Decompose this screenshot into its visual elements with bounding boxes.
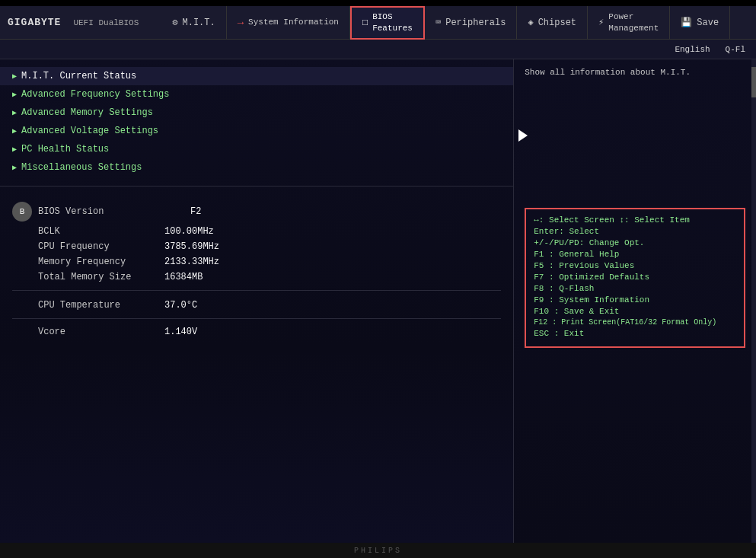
help-item-f7: F7 : Optimized Defaults <box>534 273 736 282</box>
memory-freq-value: 2133.33MHz <box>164 257 219 267</box>
bios-version-value: F2 <box>190 206 201 217</box>
divider-2 <box>12 290 501 291</box>
peripherals-icon: ⌨ <box>435 17 441 28</box>
bclk-value: 100.00MHz <box>164 226 214 237</box>
cpu-freq-row: CPU Frequency 3785.69MHz <box>12 241 501 252</box>
chipset-icon: ◈ <box>528 17 533 28</box>
help-item-f8: F8 : Q-Flash <box>534 284 736 293</box>
bios-features-icon: □ <box>362 18 368 28</box>
help-item-esc: ESC : Exit <box>534 329 736 338</box>
cpu-freq-label: CPU Frequency <box>12 241 164 252</box>
memory-freq-row: Memory Frequency 2133.33MHz <box>12 257 501 267</box>
menu-arrow-icon: ▶ <box>12 126 17 136</box>
left-panel: ▶ M.I.T. Current Status ▶ Advanced Frequ… <box>0 59 514 543</box>
help-item-f12: F12 : Print Screen(FAT16/32 Format Only) <box>534 318 736 327</box>
total-memory-label: Total Memory Size <box>12 272 164 282</box>
cpu-temp-row: CPU Temperature 37.0°C <box>12 300 501 311</box>
bios-version-circle-icon: B <box>12 202 32 222</box>
total-memory-row: Total Memory Size 16384MB <box>12 272 501 282</box>
cursor-arrow-icon <box>518 129 528 142</box>
cursor-area <box>525 124 745 147</box>
tab-chipset[interactable]: ◈ Chipset <box>517 6 588 40</box>
menu-arrow-icon: ▶ <box>12 90 17 99</box>
tab-system-information[interactable]: → System Information <box>227 6 350 40</box>
menu-item-pc-health[interactable]: ▶ PC Health Status <box>0 140 513 158</box>
menu-item-memory-settings[interactable]: ▶ Advanced Memory Settings <box>0 104 513 122</box>
cpu-freq-value: 3785.69MHz <box>164 241 219 252</box>
main-content: ▶ M.I.T. Current Status ▶ Advanced Frequ… <box>0 59 756 543</box>
bios-version-label: BIOS Version <box>38 206 190 217</box>
help-item-f10: F10 : Save & Exit <box>534 307 736 316</box>
divider <box>0 186 513 187</box>
info-section: B BIOS Version F2 BCLK 100.00MHz CPU Fre… <box>0 196 513 348</box>
bclk-row: BCLK 100.00MHz <box>12 226 501 237</box>
tab-power-management[interactable]: ⚡ Power Management <box>588 6 670 40</box>
right-panel: Show all information about M.I.T. ↔: Sel… <box>514 59 756 543</box>
help-box: ↔: Select Screen ↕: Select Item Enter: S… <box>525 208 745 348</box>
system-info-icon: → <box>238 17 244 29</box>
nav-tabs: ⚙ M.I.T. → System Information □ BIOS Fea… <box>161 6 748 40</box>
tab-bios-features[interactable]: □ BIOS Features <box>350 6 425 40</box>
language-selector[interactable]: English <box>675 45 710 54</box>
tab-save[interactable]: 💾 Save <box>670 6 730 40</box>
vcore-label: Vcore <box>12 327 164 337</box>
monitor-bottom-bezel: PHILIPS <box>0 543 756 558</box>
help-item-f5: F5 : Previous Values <box>534 261 736 270</box>
help-item-f1: F1 : General Help <box>534 250 736 259</box>
memory-freq-label: Memory Frequency <box>12 257 164 267</box>
scroll-thumb <box>751 67 756 97</box>
scroll-indicator[interactable] <box>751 59 756 543</box>
help-item-select-screen: ↔: Select Screen ↕: Select Item <box>534 215 736 225</box>
menu-item-voltage-settings[interactable]: ▶ Advanced Voltage Settings <box>0 122 513 140</box>
help-item-change-opt: +/-/PU/PD: Change Opt. <box>534 238 736 247</box>
total-memory-value: 16384MB <box>164 272 203 282</box>
cpu-temp-label: CPU Temperature <box>12 300 164 311</box>
save-icon: 💾 <box>681 17 692 28</box>
qflash-label: Q-Fl <box>726 45 745 54</box>
vcore-value: 1.140V <box>164 327 197 337</box>
mit-icon: ⚙ <box>172 17 177 28</box>
menu-arrow-icon: ▶ <box>12 145 17 154</box>
header-bar: GIGABYTE UEFI DualBIOS ⚙ M.I.T. → System… <box>0 6 756 40</box>
cpu-temp-value: 37.0°C <box>164 300 197 311</box>
menu-item-freq-settings[interactable]: ▶ Advanced Frequency Settings <box>0 85 513 104</box>
menu-arrow-icon: ▶ <box>12 163 17 172</box>
power-icon: ⚡ <box>598 17 604 28</box>
divider-3 <box>12 318 501 319</box>
menu-item-misc-settings[interactable]: ▶ Miscellaneous Settings <box>0 158 513 177</box>
brand-logo: GIGABYTE <box>8 17 61 28</box>
right-panel-title: Show all information about M.I.T. <box>525 67 745 78</box>
language-bar: English Q-Fl <box>0 40 756 59</box>
bios-version-row: B BIOS Version F2 <box>12 202 501 222</box>
menu-item-current-status[interactable]: ▶ M.I.T. Current Status <box>0 67 513 85</box>
help-item-f9: F9 : System Information <box>534 295 736 305</box>
tab-mit[interactable]: ⚙ M.I.T. <box>161 6 226 40</box>
monitor-brand-label: PHILIPS <box>354 547 402 555</box>
menu-arrow-icon: ▶ <box>12 108 17 117</box>
uefi-label: UEFI DualBIOS <box>73 18 139 27</box>
tab-peripherals[interactable]: ⌨ Peripherals <box>425 6 517 40</box>
help-item-enter-select: Enter: Select <box>534 227 736 236</box>
menu-arrow-icon: ▶ <box>12 72 17 81</box>
bclk-label: BCLK <box>12 226 164 237</box>
vcore-row: Vcore 1.140V <box>12 327 501 337</box>
